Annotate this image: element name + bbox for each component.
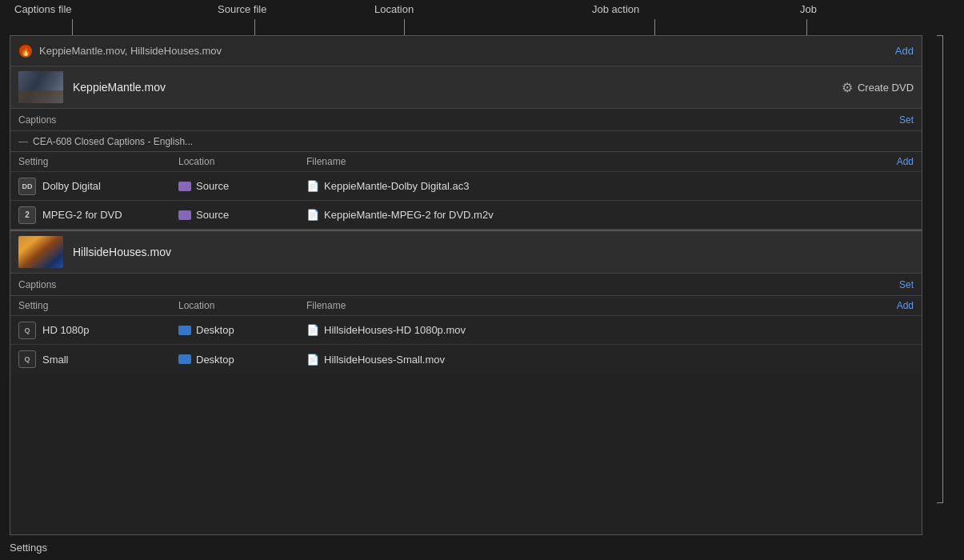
job2-setting-small: Q Small [18, 350, 178, 368]
job2-setting-hd: Q HD 1080p [18, 322, 178, 339]
file-icon-hd: 📄 [306, 324, 319, 336]
job2-row: HillsideHouses.mov [10, 231, 922, 274]
job1-output-row-2: 2 MPEG-2 for DVD Source 📄 KeppieMantle-M… [10, 201, 922, 230]
job2-location-small: Desktop [178, 354, 306, 366]
job2-captions-row: Captions Set [10, 274, 922, 296]
job1-thumbnail-image [18, 71, 63, 103]
source-folder-icon-1 [178, 182, 191, 191]
job1-filename-mpeg-label: KeppieMantle-MPEG-2 for DVD.m2v [324, 209, 494, 221]
job2-add-button[interactable]: Add [897, 300, 914, 311]
annotation-source-file: Source file [218, 3, 266, 15]
job2-setting-hd-label: HD 1080p [42, 324, 90, 336]
hd-icon: Q [18, 322, 36, 339]
job1-row: KeppieMantle.mov ⚙ Create DVD [10, 66, 922, 109]
job2-thumbnail [18, 236, 63, 268]
batch-label: Batch [952, 272, 954, 298]
job1-add-button[interactable]: Add [897, 156, 914, 167]
job1-thumbnail [18, 71, 63, 103]
job1-location-mpeg: Source [178, 209, 306, 221]
desktop-folder-icon-1 [178, 326, 191, 335]
job-line [806, 19, 807, 35]
batch-icon: 🔥 [18, 44, 33, 58]
batch-bracket-vertical [942, 35, 943, 503]
source-file-line [254, 19, 255, 35]
job1-cea-text: CEA-608 Closed Captions - English... [33, 136, 193, 147]
job2-location-hd: Desktop [178, 324, 306, 336]
cea-dash: — [18, 136, 28, 147]
job2-col-location: Location [178, 300, 306, 311]
small-icon: Q [18, 350, 36, 368]
job1-location-dolby-label: Source [196, 180, 229, 192]
job2-setting-small-label: Small [42, 354, 69, 366]
job1-setting-dolby-label: Dolby Digital [42, 180, 101, 192]
job1-col-setting: Setting [18, 156, 178, 167]
batch-bracket-bottom [937, 502, 943, 503]
job2-output-header: Setting Location Filename Add [10, 296, 922, 316]
job1-location-dolby: Source [178, 180, 306, 192]
file-icon-dolby: 📄 [306, 180, 319, 192]
job2-col-setting: Setting [18, 300, 178, 311]
batch-bracket: Batch [922, 35, 954, 535]
job2-location-small-label: Desktop [196, 354, 234, 366]
job1-output-row-1: DD Dolby Digital Source 📄 KeppieMantle-D… [10, 172, 922, 201]
settings-label: Settings [10, 542, 47, 554]
gear-icon: ⚙ [842, 80, 853, 95]
file-icon-small: 📄 [306, 354, 319, 366]
file-icon-mpeg: 📄 [306, 209, 319, 221]
job1-filename-dolby-label: KeppieMantle-Dolby Digital.ac3 [324, 180, 469, 192]
job2-thumbnail-image [18, 236, 63, 268]
batch-filenames: KeppieMantle.mov, HillsideHouses.mov [39, 45, 887, 57]
job1-action: ⚙ Create DVD [842, 80, 914, 95]
job1-filename-mpeg: 📄 KeppieMantle-MPEG-2 for DVD.m2v [306, 209, 914, 221]
job1-output-header: Setting Location Filename Add [10, 152, 922, 172]
job2-filename-hd: 📄 HillsideHouses-HD 1080p.mov [306, 324, 914, 336]
job2-captions-label: Captions [18, 279, 56, 290]
captions-file-line [72, 19, 73, 35]
dolby-icon: DD [18, 178, 36, 195]
job1-captions-row: Captions Set [10, 109, 922, 131]
job1-location-mpeg-label: Source [196, 209, 229, 221]
batch-bracket-top [937, 35, 943, 36]
job1-setting-dolby: DD Dolby Digital [18, 178, 178, 195]
job2-output-row-2: Q Small Desktop 📄 HillsideHouses-Small.m… [10, 345, 922, 374]
job2-set-button[interactable]: Set [899, 279, 914, 290]
job1-cea-row: — CEA-608 Closed Captions - English... [10, 131, 922, 152]
batch-area: 🔥 KeppieMantle.mov, HillsideHouses.mov A… [10, 35, 922, 535]
desktop-folder-icon-2 [178, 354, 191, 364]
job1-col-filename: Filename [306, 156, 897, 167]
job2-output-row-1: Q HD 1080p Desktop 📄 HillsideHouses-HD 1… [10, 316, 922, 345]
batch-add-button[interactable]: Add [895, 45, 914, 57]
job1-captions-label: Captions [18, 114, 56, 126]
job1-setting-mpeg-label: MPEG-2 for DVD [42, 209, 122, 221]
job1-filename-dolby: 📄 KeppieMantle-Dolby Digital.ac3 [306, 180, 914, 192]
location-line [404, 19, 405, 35]
job1-set-button[interactable]: Set [899, 114, 914, 126]
job1-action-label: Create DVD [858, 82, 914, 94]
job2-filename-small: 📄 HillsideHouses-Small.mov [306, 354, 914, 366]
job-action-line [654, 19, 655, 35]
job2-col-filename: Filename [306, 300, 897, 311]
source-folder-icon-2 [178, 210, 191, 220]
annotation-job-action: Job action [592, 3, 639, 15]
annotation-job: Job [800, 3, 817, 15]
job1-filename: KeppieMantle.mov [73, 81, 457, 94]
job2-location-hd-label: Desktop [196, 324, 234, 336]
svg-text:🔥: 🔥 [21, 46, 31, 57]
annotation-captions-file: Captions file [14, 3, 72, 15]
batch-header-row: 🔥 KeppieMantle.mov, HillsideHouses.mov A… [10, 36, 922, 66]
settings-bar: Settings [0, 535, 964, 560]
job2-filename-hd-label: HillsideHouses-HD 1080p.mov [324, 324, 466, 336]
job2-filename-small-label: HillsideHouses-Small.mov [324, 354, 445, 366]
mpeg-icon: 2 [18, 206, 36, 224]
job2-filename: HillsideHouses.mov [73, 246, 914, 258]
annotation-location: Location [374, 3, 414, 15]
job1-setting-mpeg: 2 MPEG-2 for DVD [18, 206, 178, 224]
job1-col-location: Location [178, 156, 306, 167]
